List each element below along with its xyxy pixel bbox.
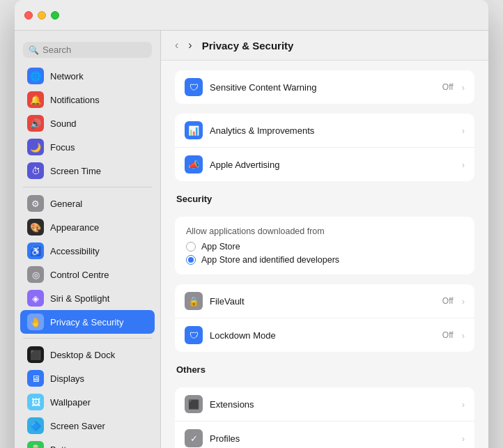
- sidebar-item-notifications[interactable]: 🔔 Notifications: [20, 88, 155, 111]
- sidebar-item-desktop-dock[interactable]: ⬛ Desktop & Dock: [20, 343, 155, 366]
- lockdown-icon: 🛡: [185, 326, 203, 344]
- sidebar-item-label: Focus: [50, 142, 75, 153]
- app-store-identified-radio[interactable]: [186, 255, 196, 265]
- sidebar-item-label: Screen Time: [50, 166, 101, 176]
- apple-advertising-icon: 📣: [185, 155, 203, 173]
- sidebar-item-label: Control Centre: [50, 270, 109, 280]
- sensitive-content-value: Off: [442, 82, 454, 92]
- minimize-button[interactable]: [38, 11, 46, 20]
- screen-saver-icon: 🔷: [27, 417, 44, 434]
- lockdown-mode-row[interactable]: 🛡 Lockdown Mode Off ›: [175, 318, 474, 352]
- sidebar-item-label: Siri & Spotlight: [50, 293, 109, 304]
- others-section-header: Others: [175, 362, 474, 378]
- profiles-label: Profiles: [210, 433, 455, 444]
- general-icon: ⚙: [27, 195, 44, 212]
- sidebar-item-wallpaper[interactable]: 🖼 Wallpaper: [20, 390, 155, 414]
- chevron-icon: ›: [462, 82, 465, 93]
- sidebar-item-sound[interactable]: 🔊 Sound: [20, 111, 155, 135]
- sidebar-divider-1: [23, 187, 152, 187]
- sidebar-item-label: Privacy & Security: [50, 317, 123, 327]
- chevron-icon: ›: [462, 296, 465, 307]
- sidebar-item-label: Accessibility: [50, 246, 100, 256]
- sidebar-item-network[interactable]: 🌐 Network: [20, 64, 155, 88]
- sidebar-item-accessibility[interactable]: ♿ Accessibility: [20, 239, 155, 263]
- maximize-button[interactable]: [51, 11, 59, 20]
- sensitive-content-label: Sensitive Content Warning: [210, 82, 435, 93]
- sidebar-item-screen-time[interactable]: ⏱ Screen Time: [20, 159, 155, 183]
- sidebar-item-label: Appearance: [50, 222, 99, 233]
- chevron-icon: ›: [462, 160, 465, 170]
- filevault-row[interactable]: 🔒 FileVault Off ›: [175, 284, 474, 318]
- accessibility-icon: ♿: [27, 242, 44, 259]
- control-centre-icon: ◎: [27, 266, 44, 283]
- sidebar-item-general[interactable]: ⚙ General: [20, 192, 155, 215]
- network-icon: 🌐: [27, 68, 44, 84]
- search-input[interactable]: [42, 45, 146, 55]
- title-bar: [15, 0, 488, 31]
- content-area: 🔍 🌐 Network 🔔 Notifications 🔊 Sound: [15, 31, 488, 448]
- lockdown-value: Off: [442, 330, 454, 340]
- sidebar-item-label: General: [50, 199, 82, 209]
- sidebar-item-displays[interactable]: 🖥 Displays: [20, 366, 155, 390]
- chevron-icon: ›: [462, 330, 465, 341]
- sidebar-item-privacy-security[interactable]: 🤚 Privacy & Security: [20, 310, 155, 334]
- desktop-dock-icon: ⬛: [27, 346, 44, 363]
- close-button[interactable]: [24, 11, 33, 20]
- filevault-label: FileVault: [210, 296, 435, 307]
- extensions-row[interactable]: ⬛ Extensions ›: [175, 387, 474, 422]
- chevron-icon: ›: [462, 433, 465, 444]
- sound-icon: 🔊: [27, 115, 44, 132]
- page-title: Privacy & Security: [202, 40, 294, 52]
- notifications-icon: 🔔: [27, 91, 44, 108]
- search-container: 🔍: [15, 38, 160, 63]
- others-card: ⬛ Extensions › ✓ Profiles ›: [175, 387, 474, 448]
- wallpaper-icon: 🖼: [27, 394, 44, 410]
- forward-button[interactable]: ›: [185, 38, 194, 53]
- sidebar-divider-2: [23, 338, 152, 339]
- chevron-icon: ›: [462, 125, 465, 136]
- sidebar-item-label: Displays: [50, 373, 84, 384]
- sidebar-item-screen-saver[interactable]: 🔷 Screen Saver: [20, 414, 155, 438]
- siri-icon: ◈: [27, 290, 44, 307]
- sidebar-item-focus[interactable]: 🌙 Focus: [20, 135, 155, 159]
- displays-icon: 🖥: [27, 370, 44, 387]
- sidebar-item-label: Desktop & Dock: [50, 350, 115, 360]
- sidebar-item-label: Screen Saver: [50, 421, 105, 431]
- lockdown-label: Lockdown Mode: [210, 330, 435, 341]
- panel-header: ‹ › Privacy & Security: [161, 31, 488, 61]
- appearance-icon: 🎨: [27, 219, 44, 235]
- sidebar-item-siri-spotlight[interactable]: ◈ Siri & Spotlight: [20, 286, 155, 310]
- back-button[interactable]: ‹: [172, 38, 181, 53]
- app-store-identified-option[interactable]: App Store and identified developers: [186, 255, 463, 265]
- sidebar-item-appearance[interactable]: 🎨 Appearance: [20, 215, 155, 239]
- settings-window: 🔍 🌐 Network 🔔 Notifications 🔊 Sound: [15, 0, 488, 448]
- analytics-icon: 📊: [185, 121, 203, 139]
- sidebar: 🔍 🌐 Network 🔔 Notifications 🔊 Sound: [15, 31, 161, 448]
- sensitive-content-row[interactable]: 🛡 Sensitive Content Warning Off ›: [175, 70, 474, 104]
- sidebar-item-label: Sound: [50, 118, 77, 129]
- filevault-value: Off: [442, 296, 454, 306]
- app-store-radio[interactable]: [186, 242, 196, 252]
- sidebar-item-battery[interactable]: 🔋 Battery: [20, 438, 155, 448]
- analytics-row[interactable]: 📊 Analytics & Improvements ›: [175, 114, 474, 148]
- panel-content: 🛡 Sensitive Content Warning Off › 📊 Anal…: [161, 61, 488, 448]
- search-box[interactable]: 🔍: [23, 42, 152, 58]
- sidebar-item-control-centre[interactable]: ◎ Control Centre: [20, 263, 155, 286]
- apple-advertising-row[interactable]: 📣 Apple Advertising ›: [175, 148, 474, 181]
- extensions-icon: ⬛: [185, 395, 203, 413]
- sidebar-item-label: Network: [50, 71, 84, 82]
- focus-icon: 🌙: [27, 139, 44, 155]
- privacy-icon: 🤚: [27, 314, 44, 330]
- security-section-header: Security: [175, 191, 474, 207]
- apple-advertising-label: Apple Advertising: [210, 160, 455, 170]
- screen-time-icon: ⏱: [27, 162, 44, 179]
- traffic-lights: [24, 11, 59, 20]
- profiles-row[interactable]: ✓ Profiles ›: [175, 422, 474, 448]
- analytics-card: 📊 Analytics & Improvements › 📣 Apple Adv…: [175, 114, 474, 181]
- sidebar-group-3: ⬛ Desktop & Dock 🖥 Displays 🖼 Wallpaper …: [15, 343, 160, 448]
- app-store-option[interactable]: App Store: [186, 242, 463, 252]
- main-panel: ‹ › Privacy & Security 🛡 Sensitive Conte…: [161, 31, 488, 448]
- chevron-icon: ›: [462, 399, 465, 410]
- sensitive-content-icon: 🛡: [185, 78, 203, 96]
- app-store-identified-label: App Store and identified developers: [201, 255, 339, 265]
